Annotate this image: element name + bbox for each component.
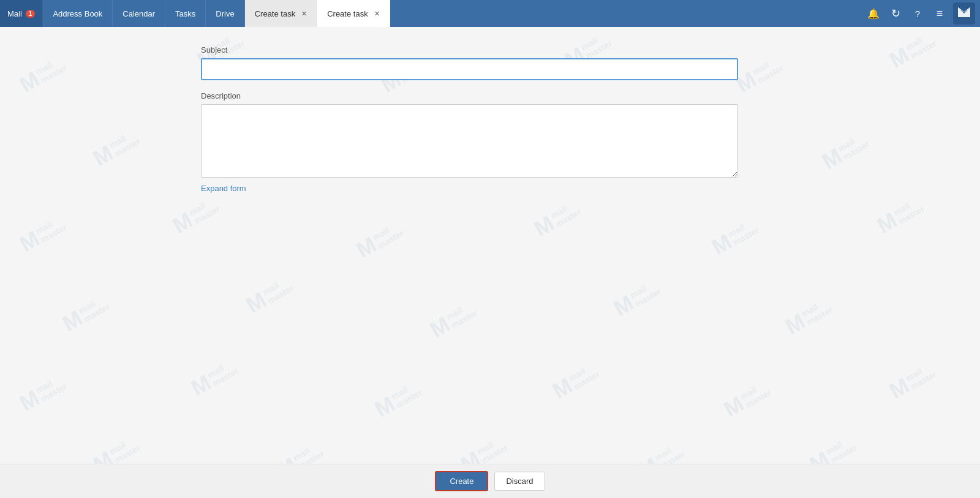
bell-icon-button[interactable]: 🔔 [865, 5, 882, 22]
calendar-label: Calendar [123, 9, 155, 18]
help-icon: ? [915, 9, 920, 19]
refresh-icon: ↻ [891, 7, 900, 20]
description-textarea[interactable] [201, 104, 738, 178]
expand-form-link[interactable]: Expand form [201, 184, 246, 193]
logo-icon [957, 5, 971, 23]
nav-tab-create-task-2[interactable]: Create task ✕ [317, 0, 390, 27]
tasks-label: Tasks [175, 9, 195, 18]
description-label: Description [201, 91, 241, 100]
nav-item-mail[interactable]: Mail 1 [0, 0, 43, 27]
nav-item-tasks[interactable]: Tasks [165, 0, 206, 27]
address-book-label: Address Book [53, 9, 102, 18]
refresh-icon-button[interactable]: ↻ [887, 5, 904, 22]
discard-button[interactable]: Discard [494, 472, 545, 491]
content-area: Subject Description Expand form [0, 27, 980, 464]
menu-icon-button[interactable]: ≡ [931, 5, 948, 22]
mail-badge: 1 [26, 10, 36, 18]
tab1-close-icon[interactable]: ✕ [301, 10, 307, 18]
form-container: Subject Description Expand form [0, 27, 980, 193]
nav-left: Mail 1 Address Book Calendar Tasks Drive… [0, 0, 860, 27]
nav-item-address-book[interactable]: Address Book [43, 0, 113, 27]
mail-label: Mail [7, 9, 22, 18]
drive-label: Drive [216, 9, 234, 18]
bell-icon: 🔔 [867, 8, 880, 20]
tab2-label: Create task [327, 9, 368, 18]
help-icon-button[interactable]: ? [909, 5, 926, 22]
subject-input[interactable] [201, 58, 738, 80]
tab1-label: Create task [255, 9, 295, 18]
menu-icon: ≡ [937, 7, 943, 20]
nav-right: 🔔 ↻ ? ≡ [860, 0, 980, 27]
logo-button[interactable] [953, 2, 975, 25]
nav-item-drive[interactable]: Drive [206, 0, 244, 27]
nav-tab-create-task-1[interactable]: Create task ✕ [245, 0, 317, 27]
nav-item-calendar[interactable]: Calendar [113, 0, 165, 27]
footer: Create Discard [0, 464, 980, 498]
tab2-close-icon[interactable]: ✕ [374, 10, 380, 18]
create-button[interactable]: Create [435, 471, 488, 491]
subject-label: Subject [201, 45, 227, 55]
navbar: Mail 1 Address Book Calendar Tasks Drive… [0, 0, 980, 27]
